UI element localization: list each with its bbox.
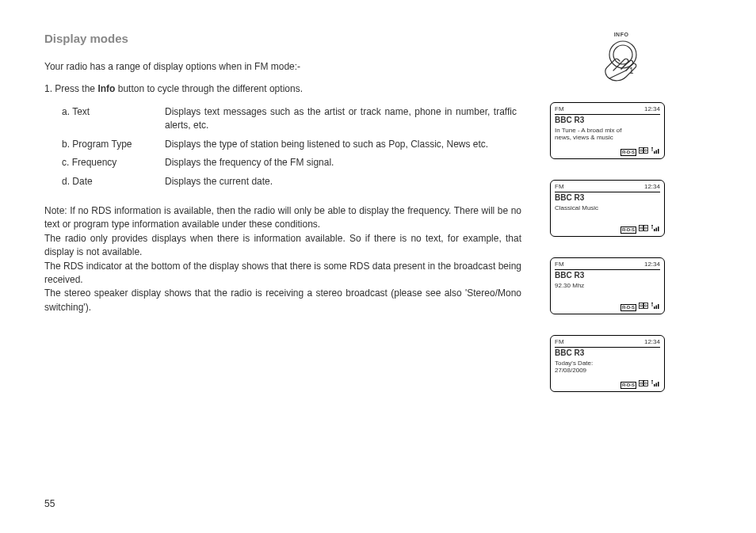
svg-rect-27 — [654, 306, 655, 309]
lcd-time: 12:34 — [644, 183, 660, 191]
svg-rect-3 — [640, 148, 643, 154]
lcd-line1: Classical Music — [555, 204, 598, 211]
page-number: 55 — [44, 498, 55, 509]
signal-icon — [651, 147, 660, 156]
svg-rect-21 — [640, 303, 643, 309]
lcd-screen-date: FM 12:34 BBC R3 Today's Date: 27/08/2009… — [550, 335, 665, 392]
svg-point-5 — [640, 150, 643, 152]
info-label: INFO — [614, 32, 629, 37]
lcd-mode: FM — [555, 183, 564, 191]
opt-d-label: d. Date — [62, 175, 165, 193]
svg-rect-12 — [640, 226, 643, 231]
stereo-icon — [639, 303, 648, 311]
lcd-line1: 92.30 Mhz — [555, 282, 584, 289]
svg-rect-9 — [654, 151, 655, 154]
svg-point-24 — [645, 305, 647, 307]
opt-c-label: c. Frequency — [62, 156, 165, 174]
svg-point-14 — [640, 227, 643, 230]
svg-rect-13 — [644, 226, 648, 231]
opt-b-desc: Displays the type of station being liste… — [165, 138, 521, 156]
svg-rect-37 — [656, 383, 658, 387]
lcd-line2: news, views & music — [555, 134, 613, 141]
lcd-line1: In Tune - A broad mix of — [555, 127, 622, 134]
signal-icon — [651, 225, 660, 234]
rds-icon: R·D·S — [620, 382, 636, 390]
step-prefix: 1. Press the — [44, 83, 97, 94]
svg-rect-11 — [658, 149, 659, 154]
lcd-mode: FM — [555, 105, 564, 113]
svg-rect-29 — [658, 304, 659, 309]
lcd-mode: FM — [555, 261, 564, 268]
press-button-icon: 1 — [598, 39, 645, 82]
svg-rect-4 — [644, 148, 648, 154]
opt-a-desc: Displays text messages such as the artis… — [165, 105, 521, 138]
svg-rect-19 — [656, 228, 658, 232]
step-bold: Info — [97, 83, 115, 94]
lcd-station: BBC R3 — [555, 116, 660, 126]
step-suffix: button to cycle through the different op… — [115, 83, 303, 94]
svg-point-15 — [645, 227, 647, 230]
lcd-time: 12:34 — [644, 261, 660, 268]
lcd-screen-text: FM 12:34 BBC R3 In Tune - A broad mix of… — [550, 102, 665, 159]
note-text: Note: If no RDS information is available… — [44, 204, 521, 314]
lcd-time: 12:34 — [644, 105, 660, 113]
lcd-line2: 27/08/2009 — [555, 367, 586, 374]
options-table: a. Text Displays text messages such as t… — [62, 105, 521, 193]
svg-rect-18 — [654, 229, 655, 231]
rds-icon: R·D·S — [620, 149, 636, 157]
rds-icon: R·D·S — [620, 304, 636, 312]
signal-icon — [651, 303, 660, 311]
lcd-screen-frequency: FM 12:34 BBC R3 92.30 Mhz R·D·S — [550, 257, 665, 314]
lcd-screen-program-type: FM 12:34 BBC R3 Classical Music R·D·S — [550, 180, 665, 237]
opt-a-label: a. Text — [62, 105, 165, 138]
svg-rect-10 — [656, 150, 658, 154]
opt-c-desc: Displays the frequency of the FM signal. — [165, 156, 521, 174]
lcd-station: BBC R3 — [555, 271, 660, 281]
rds-icon: R·D·S — [620, 227, 636, 234]
svg-rect-20 — [658, 227, 659, 231]
stereo-icon — [639, 225, 648, 234]
svg-point-8 — [651, 147, 653, 148]
lcd-line1: Today's Date: — [555, 360, 593, 367]
svg-text:1: 1 — [629, 67, 634, 75]
svg-point-32 — [640, 383, 643, 385]
lcd-mode: FM — [555, 338, 564, 346]
signal-icon — [651, 380, 660, 389]
svg-rect-38 — [658, 382, 659, 386]
svg-rect-30 — [640, 381, 643, 386]
opt-d-desc: Displays the current date. — [165, 175, 521, 193]
svg-point-33 — [645, 383, 647, 385]
svg-point-35 — [651, 380, 653, 381]
lcd-station: BBC R3 — [555, 348, 660, 359]
svg-rect-22 — [644, 303, 648, 309]
info-button-illustration: INFO 1 — [598, 32, 645, 82]
intro-text: Your radio has a range of display option… — [44, 61, 521, 72]
svg-rect-28 — [656, 306, 658, 310]
stereo-icon — [639, 380, 648, 389]
stereo-icon — [639, 147, 648, 156]
svg-point-26 — [651, 303, 653, 303]
lcd-time: 12:34 — [644, 338, 660, 346]
svg-point-23 — [640, 305, 643, 307]
svg-rect-36 — [654, 384, 655, 386]
lcd-station: BBC R3 — [555, 193, 660, 204]
svg-point-6 — [645, 150, 647, 152]
step-1: 1. Press the Info button to cycle throug… — [44, 83, 521, 94]
opt-b-label: b. Program Type — [62, 138, 165, 156]
page-title: Display modes — [44, 32, 521, 45]
svg-rect-31 — [644, 381, 648, 386]
svg-point-17 — [651, 225, 653, 226]
